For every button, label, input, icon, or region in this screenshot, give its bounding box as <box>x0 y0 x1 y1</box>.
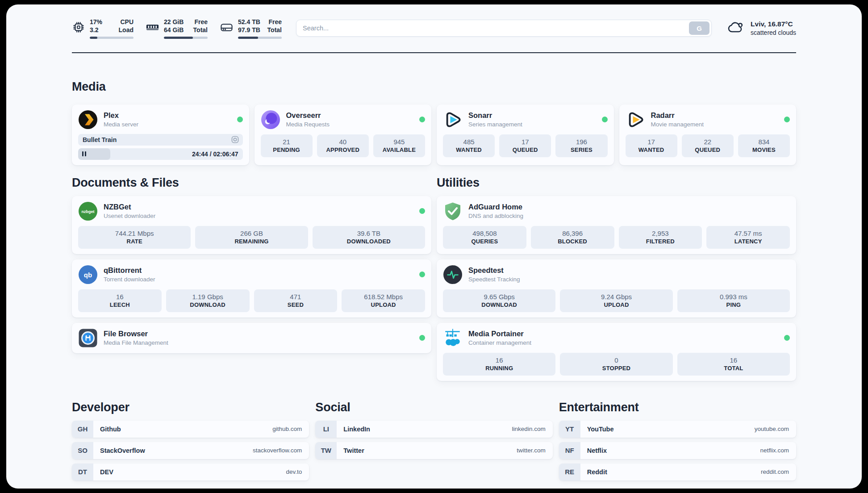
documents-column: Documents & Files nzbget NZBGet Usenet d… <box>72 176 431 353</box>
bookmark-badge: DT <box>72 464 93 480</box>
cpu-icon <box>72 21 85 36</box>
developer-bookmarks: Developer GH Github github.com SO StackO… <box>72 401 309 480</box>
ram-free-value: 22 GiB <box>164 18 184 26</box>
app-card-overseerr[interactable]: Overseerr Media Requests 21 PENDING 40 A… <box>255 104 432 165</box>
app-description: Speedtest Tracking <box>468 276 520 283</box>
bookmark-netflix[interactable]: NF Netflix netflix.com <box>559 442 796 459</box>
app-card-sonarr[interactable]: Sonarr Series management 485 WANTED 17 Q… <box>437 104 614 165</box>
app-name: File Browser <box>104 330 168 338</box>
stat-ping: 0.993 ms PING <box>677 289 790 312</box>
section-title-utilities: Utilities <box>437 176 796 190</box>
topbar: 17% 3.2 CPU Load <box>72 18 796 39</box>
bookmark-linkedin[interactable]: LI LinkedIn linkedin.com <box>315 421 552 438</box>
bookmark-badge: NF <box>559 442 580 459</box>
stat-upload: 9.24 Gbps UPLOAD <box>560 289 672 312</box>
app-name: qBittorrent <box>104 266 155 275</box>
media-grid: Plex Media server Bullet Train 24 <box>72 104 796 165</box>
stat-total: 16 TOTAL <box>677 353 790 376</box>
app-card-filebrowser[interactable]: File Browser Media File Management <box>72 323 431 353</box>
stat-rate: 744.21 Mbps RATE <box>78 226 191 249</box>
bookmark-youtube[interactable]: YT YouTube youtube.com <box>559 421 796 438</box>
ram-progress-track <box>164 37 208 39</box>
section-title-developer: Developer <box>72 401 309 414</box>
app-description: Series management <box>468 121 522 128</box>
section-title-entertainment: Entertainment <box>559 401 796 414</box>
stat-queries: 498,508 QUERIES <box>443 226 526 249</box>
now-playing-progress: 24:44 / 02:06:47 <box>78 148 243 160</box>
cpu-load-value: 3.2 <box>90 26 102 34</box>
stat-download: 9.65 Gbps DOWNLOAD <box>443 289 555 312</box>
disk-free-label: Free <box>267 18 282 26</box>
now-playing-title: Bullet Train <box>83 136 117 143</box>
dashboard-page: 17% 3.2 CPU Load <box>6 4 862 489</box>
status-dot <box>419 272 425 277</box>
app-name: Media Portainer <box>468 330 531 338</box>
app-card-qbittorrent[interactable]: qb qBittorrent Torrent downloader 16 LEE… <box>72 259 431 318</box>
stat-upload: 618.52 Mbps UPLOAD <box>342 289 425 312</box>
cpu-label: CPU <box>119 18 134 26</box>
app-card-speedtest[interactable]: Speedtest Speedtest Tracking 9.65 Gbps D… <box>437 259 796 318</box>
ram-total-label: Total <box>193 26 208 34</box>
stat-wanted: 485 WANTED <box>443 134 495 157</box>
status-dot <box>784 117 790 122</box>
now-playing-title-row: Bullet Train <box>78 134 243 146</box>
app-card-plex[interactable]: Plex Media server Bullet Train 24 <box>72 104 249 165</box>
app-card-adguard[interactable]: AdGuard Home DNS and adblocking 498,508 … <box>437 196 796 254</box>
bookmark-twitter[interactable]: TW Twitter twitter.com <box>315 442 552 459</box>
weather-location-temp: Lviv, 16.87°C <box>751 20 796 28</box>
stat-queued: 17 QUEUED <box>499 134 551 157</box>
app-description: Torrent downloader <box>104 276 155 283</box>
app-description: Usenet downloader <box>104 213 155 219</box>
nzbget-icon: nzbget <box>78 201 98 221</box>
app-name: Plex <box>104 111 138 120</box>
now-playing-progress-fill <box>78 148 110 160</box>
search-bar: G <box>296 20 712 37</box>
cpu-usage-value: 17% <box>90 18 102 26</box>
app-card-portainer[interactable]: Media Portainer Container management 16 … <box>437 323 796 381</box>
search-engine-button[interactable]: G <box>689 21 709 35</box>
bookmark-badge: LI <box>315 421 337 438</box>
stat-seed: 471 SEED <box>254 289 338 312</box>
overseerr-icon <box>261 110 280 130</box>
bookmark-reddit[interactable]: RE Reddit reddit.com <box>559 464 796 480</box>
header-divider <box>72 52 796 53</box>
weather-condition: scattered clouds <box>751 29 796 36</box>
app-name: NZBGet <box>104 203 155 211</box>
bookmark-badge: GH <box>72 421 93 438</box>
now-playing-time: 24:44 / 02:06:47 <box>192 148 238 160</box>
utilities-column: Utilities AdGuard Home DNS and <box>437 176 796 381</box>
app-card-nzbget[interactable]: nzbget NZBGet Usenet downloader 744.21 M… <box>72 196 431 254</box>
ram-stat: 22 GiB 64 GiB Free Total <box>146 18 208 39</box>
bookmark-dev[interactable]: DT DEV dev.to <box>72 464 309 480</box>
status-dot <box>419 117 425 122</box>
bookmark-stackoverflow[interactable]: SO StackOverflow stackoverflow.com <box>72 442 309 459</box>
dashboard-frame: 17% 3.2 CPU Load <box>0 0 868 493</box>
app-description: Media server <box>104 121 138 128</box>
bookmark-badge: RE <box>559 464 580 480</box>
stat-approved: 40 APPROVED <box>317 134 369 157</box>
bookmark-badge: YT <box>559 421 580 438</box>
app-name: Speedtest <box>468 266 520 275</box>
bookmark-github[interactable]: GH Github github.com <box>72 421 309 438</box>
cpu-progress-track <box>90 37 134 39</box>
video-icon <box>231 136 239 143</box>
stat-pending: 21 PENDING <box>261 134 313 157</box>
svg-text:nzbget: nzbget <box>82 209 95 213</box>
disk-progress-fill <box>238 37 258 39</box>
social-bookmarks: Social LI LinkedIn linkedin.com TW Twitt… <box>315 401 552 459</box>
app-description: Container management <box>468 339 531 346</box>
disk-total-value: 97.9 TB <box>238 26 260 34</box>
status-dot <box>419 208 425 214</box>
status-dot <box>784 335 790 341</box>
plex-icon <box>78 110 98 130</box>
status-dot <box>419 335 425 341</box>
speedtest-icon <box>443 265 463 284</box>
cpu-progress-fill <box>90 37 97 39</box>
app-name: Radarr <box>651 111 704 120</box>
section-title-media: Media <box>72 80 796 94</box>
app-card-radarr[interactable]: Radarr Movie management 17 WANTED 22 QUE… <box>619 104 797 165</box>
disk-icon <box>220 21 234 36</box>
weather-widget: Lviv, 16.87°C scattered clouds <box>727 19 796 37</box>
search-input[interactable] <box>303 25 689 32</box>
app-description: Media Requests <box>286 121 330 128</box>
